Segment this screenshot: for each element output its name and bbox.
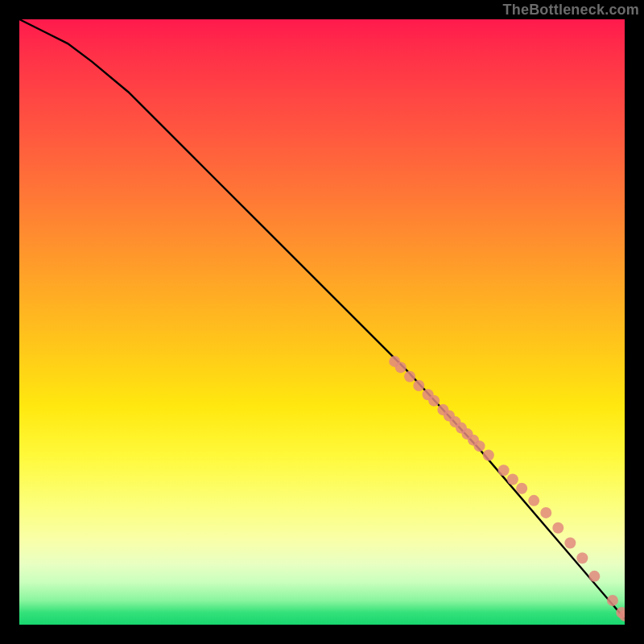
data-point bbox=[552, 522, 564, 534]
data-point bbox=[564, 537, 576, 548]
data-point bbox=[516, 483, 527, 494]
data-point bbox=[413, 380, 424, 391]
data-point bbox=[498, 464, 510, 476]
data-point bbox=[607, 595, 618, 606]
data-point bbox=[474, 440, 485, 452]
chart-svg bbox=[19, 19, 625, 625]
data-point bbox=[483, 449, 494, 460]
chart-stage: TheBottleneck.com bbox=[0, 0, 644, 644]
data-point bbox=[528, 495, 539, 506]
data-point bbox=[395, 361, 407, 373]
data-point bbox=[404, 371, 415, 382]
data-point bbox=[507, 474, 518, 485]
points-layer bbox=[389, 356, 625, 621]
data-point bbox=[428, 395, 440, 407]
attribution-label: TheBottleneck.com bbox=[503, 2, 639, 19]
data-point bbox=[576, 552, 588, 564]
plot-area bbox=[19, 19, 625, 625]
data-point bbox=[588, 571, 600, 582]
trend-curve bbox=[19, 19, 625, 618]
curve-layer bbox=[19, 19, 625, 618]
data-point bbox=[540, 507, 551, 518]
